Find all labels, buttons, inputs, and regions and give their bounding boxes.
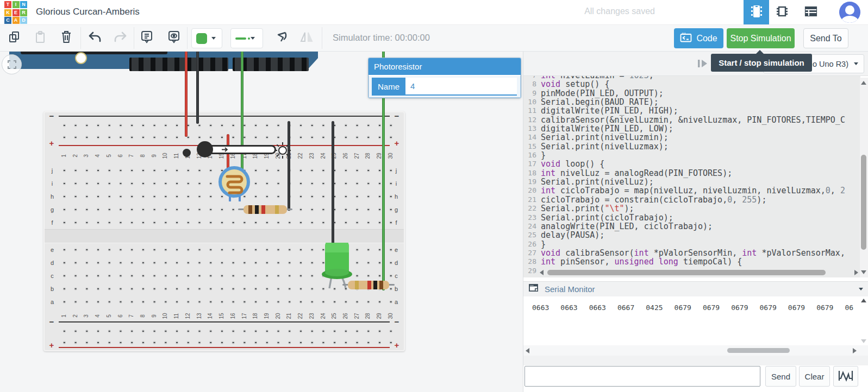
component-name-input[interactable] <box>405 78 517 96</box>
code-line: 13digitalWrite(PIN_LED, LOW); <box>523 124 860 133</box>
editor-toolbar: Simulator time: 00:00:00 Code Stop Simul… <box>0 25 868 52</box>
wire-black-column25[interactable] <box>332 121 334 247</box>
scroll-right-arrow[interactable] <box>854 270 858 275</box>
copy-button[interactable] <box>5 29 23 47</box>
breadboard-view-button[interactable] <box>744 0 769 24</box>
avatar-shoulders <box>841 16 858 23</box>
resistor-body <box>243 205 287 214</box>
code-hscrollbar[interactable] <box>540 268 858 277</box>
serial-send-button[interactable]: Send <box>765 366 796 387</box>
note-eye-icon <box>167 30 180 46</box>
light-slider-knob[interactable] <box>197 141 213 157</box>
scroll-right-arrow[interactable] <box>853 348 857 353</box>
send-to-button[interactable]: Send To <box>803 28 848 48</box>
breadboard-center-channel <box>45 229 404 243</box>
save-status: All changes saved <box>584 7 655 16</box>
serial-output[interactable]: 0663066306630667042506790679067906790679… <box>523 296 860 345</box>
breadboard-negative-rail-line <box>59 321 390 323</box>
code-line: 14Serial.print(nivelLuzmin); <box>523 133 860 142</box>
code-hscroll-thumb[interactable] <box>547 270 826 275</box>
column-numbers-bottom: 1234567891011121314151617181920212223242… <box>59 309 397 323</box>
wire-black-ground[interactable] <box>196 52 199 124</box>
code-editor[interactable]: 7int nivelLuzmin = 1023;8void setup() {9… <box>523 76 860 277</box>
tinkercad-logo[interactable]: TINKERCAD <box>4 1 29 24</box>
trash-icon <box>60 30 73 46</box>
serial-input[interactable] <box>524 366 760 387</box>
stop-simulation-button[interactable]: Stop Simulation <box>727 28 795 48</box>
component-list-view-button[interactable] <box>798 0 823 24</box>
code-line: 9pinMode(PIN_LED, OUTPUT); <box>523 89 860 98</box>
notes-button[interactable] <box>138 29 155 47</box>
code-lines: 7int nivelLuzmin = 1023;8void setup() {9… <box>523 76 860 275</box>
plus-label: + <box>392 138 401 148</box>
paste-button[interactable] <box>32 29 49 47</box>
row-letters-left-bottom: edcba <box>48 243 57 308</box>
code-panel: 1 (Arduino Uno R3) 7int nivelLuzmin = 10… <box>523 52 868 392</box>
code-line: 12calibraSensor(&nivelLuzmin, &nivelLuzm… <box>523 116 860 124</box>
rotate-icon <box>274 30 289 46</box>
code-line: 27void calibraSensor(int *pValorSensorMi… <box>523 249 860 257</box>
code-line: 19Serial.print(nivelLuz); <box>523 178 860 186</box>
zoom-fit-icon <box>8 60 16 69</box>
minus-label: − <box>47 317 56 326</box>
rotate-button[interactable] <box>273 29 290 47</box>
serial-monitor-header[interactable]: Serial Monitor <box>523 281 868 296</box>
code-line: 28int pinSensor, unsigned long tiempoCal… <box>523 257 860 266</box>
serial-vscrollbar[interactable] <box>860 296 868 345</box>
zoom-to-fit-button[interactable] <box>2 54 22 74</box>
code-line: 26} <box>523 240 860 249</box>
redo-arrow-icon <box>114 31 128 45</box>
code-vscrollbar[interactable] <box>860 78 868 277</box>
wire-style-dropdown[interactable] <box>230 28 263 48</box>
serial-clear-button[interactable]: Clear <box>799 366 830 387</box>
chevron-down-icon[interactable] <box>859 288 863 290</box>
scroll-up-arrow[interactable] <box>861 299 866 302</box>
chevron-down-icon <box>211 37 216 40</box>
code-button-label: Code <box>696 34 717 43</box>
serial-graph-button[interactable] <box>833 366 858 387</box>
start-stop-tooltip: Start / stop simulation <box>711 54 812 72</box>
arduino-usb-connector <box>21 52 167 54</box>
serial-monitor-title: Serial Monitor <box>545 284 853 294</box>
band-black <box>255 205 259 214</box>
minus-label: − <box>47 111 56 121</box>
mirror-button[interactable] <box>298 29 315 47</box>
serial-window-icon <box>529 284 539 294</box>
delete-button[interactable] <box>58 29 75 47</box>
wire-black-column21[interactable] <box>288 121 290 211</box>
photoresistor-component[interactable] <box>217 166 251 207</box>
resistor-1k[interactable] <box>238 204 292 216</box>
serial-hscroll-thumb[interactable] <box>727 348 790 353</box>
band-gold <box>275 205 279 214</box>
collapse-panel-icon[interactable] <box>697 59 708 68</box>
scroll-left-arrow[interactable] <box>526 348 529 353</box>
resistor-2[interactable] <box>342 280 395 292</box>
schematic-view-button[interactable] <box>769 0 795 24</box>
toggle-notes-visibility-button[interactable] <box>165 29 183 47</box>
user-avatar[interactable] <box>839 2 860 23</box>
toolbar-separator <box>322 27 322 49</box>
scroll-left-arrow[interactable] <box>540 270 544 275</box>
wire-red-power[interactable] <box>185 52 188 137</box>
code-vscroll-thumb[interactable] <box>861 155 866 250</box>
component-color-dropdown[interactable] <box>191 28 222 48</box>
scroll-down-arrow[interactable] <box>861 270 866 274</box>
arduino-digital-pin-header-2[interactable] <box>233 58 309 71</box>
scroll-up-arrow[interactable] <box>861 81 866 85</box>
light-slider-track[interactable] <box>205 145 276 154</box>
code-button[interactable]: Code <box>674 28 723 48</box>
code-line: 8void setup() { <box>523 80 860 88</box>
circuit-canvas[interactable]: − − + + 12345678910111213141516171819202… <box>0 52 523 392</box>
arduino-digital-pin-header[interactable] <box>129 58 228 71</box>
scroll-down-arrow[interactable] <box>861 339 866 343</box>
note-bubble-icon <box>140 30 153 46</box>
copy-icon <box>8 30 21 46</box>
toolbar-separator <box>134 27 134 49</box>
code-line: 22Serial.print("\t"); <box>523 204 860 213</box>
plus-label: + <box>47 340 56 350</box>
breadboard-positive-rail-line <box>59 347 390 348</box>
mirror-flip-icon <box>299 30 314 46</box>
redo-button[interactable] <box>112 29 129 47</box>
undo-button[interactable] <box>86 29 103 47</box>
serial-hscrollbar[interactable] <box>523 345 868 356</box>
